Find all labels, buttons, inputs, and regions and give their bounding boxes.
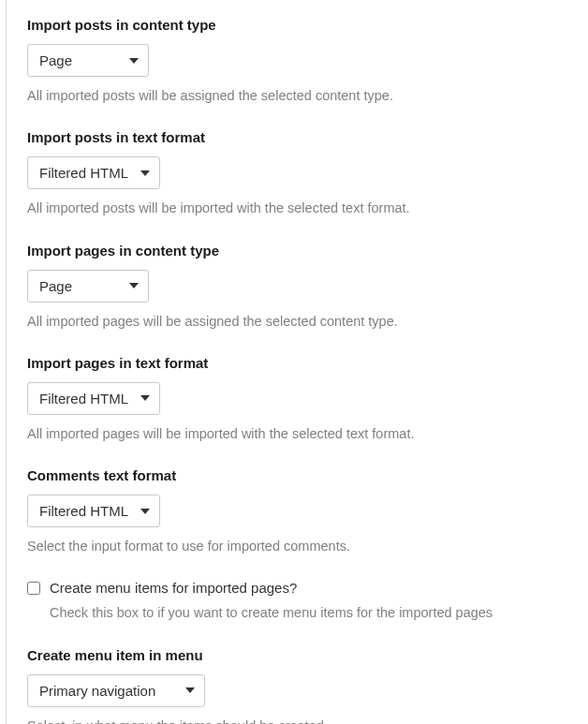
pages-text-format-description: All imported pages will be imported with… <box>27 424 567 443</box>
posts-text-format-select[interactable]: Filtered HTML <box>27 156 160 189</box>
pages-text-format-label: Import pages in text format <box>27 355 567 371</box>
posts-text-format-description: All imported posts will be imported with… <box>27 199 567 217</box>
comments-text-format-label: Comments text format <box>27 467 567 483</box>
menu-item-menu-label: Create menu item in menu <box>27 647 567 663</box>
posts-content-type-description: All imported posts will be assigned the … <box>27 86 567 105</box>
menu-item-menu-group: Create menu item in menu Primary navigat… <box>27 647 567 724</box>
menu-item-menu-description: Select, in what menu the items should be… <box>27 717 567 724</box>
posts-content-type-group: Import posts in content type Page All im… <box>27 17 567 105</box>
pages-text-format-select[interactable]: Filtered HTML <box>27 382 160 415</box>
import-settings-form: Import posts in content type Page All im… <box>6 0 588 724</box>
pages-text-format-group: Import pages in text format Filtered HTM… <box>27 355 567 443</box>
create-menu-items-row: Create menu items for imported pages? <box>27 580 567 596</box>
create-menu-items-checkbox[interactable] <box>27 582 40 595</box>
posts-text-format-group: Import posts in text format Filtered HTM… <box>27 129 567 217</box>
posts-content-type-select[interactable]: Page <box>27 44 149 77</box>
create-menu-items-group: Create menu items for imported pages? Ch… <box>27 580 567 622</box>
comments-text-format-description: Select the input format to use for impor… <box>27 537 567 555</box>
posts-text-format-label: Import posts in text format <box>27 129 567 145</box>
comments-text-format-select[interactable]: Filtered HTML <box>27 495 160 527</box>
pages-content-type-select[interactable]: Page <box>27 270 149 303</box>
posts-content-type-label: Import posts in content type <box>27 17 567 33</box>
create-menu-items-label[interactable]: Create menu items for imported pages? <box>50 580 297 596</box>
pages-content-type-group: Import pages in content type Page All im… <box>27 243 567 331</box>
comments-text-format-group: Comments text format Filtered HTML Selec… <box>27 467 567 555</box>
create-menu-items-description: Check this box to if you want to create … <box>50 603 567 622</box>
menu-item-menu-select[interactable]: Primary navigation <box>27 674 205 707</box>
pages-content-type-description: All imported pages will be assigned the … <box>27 312 567 331</box>
pages-content-type-label: Import pages in content type <box>27 243 567 259</box>
